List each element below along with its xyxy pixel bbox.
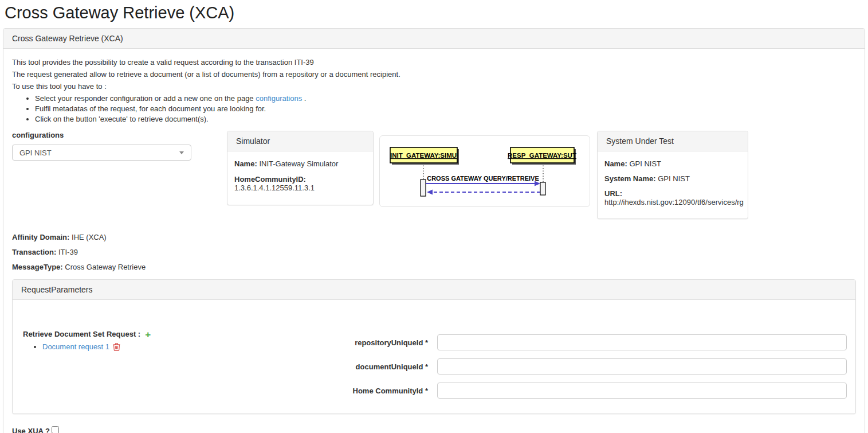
simulator-hcid-value: 1.3.6.1.4.1.12559.11.3.1	[234, 184, 315, 192]
document-request-link[interactable]: Document request 1	[42, 342, 109, 351]
sut-panel: System Under Test Name: GPI NIST System …	[597, 131, 748, 219]
configuration-row: configurations GPI NIST Simulator Name: …	[12, 131, 856, 219]
simulator-panel: Simulator Name: INIT-Gateway Simulator H…	[227, 131, 374, 205]
simulator-name-label: Name:	[234, 159, 257, 168]
document-request-item: Document request 1	[42, 342, 151, 353]
request-parameters-header: RequestParameters	[13, 280, 855, 300]
main-panel-body: This tool provides the possibility to cr…	[3, 49, 865, 433]
sut-panel-header: System Under Test	[598, 131, 748, 151]
sut-system-name: System Name: GPI NIST	[604, 174, 741, 183]
document-request-tree: Retrieve Document Set Request :+ Documen…	[23, 330, 151, 353]
bullet-text: .	[302, 94, 306, 103]
description-bullets: Select your responder configuration or a…	[35, 93, 856, 124]
tool-description: This tool provides the possibility to cr…	[12, 57, 856, 124]
configurations-block: configurations GPI NIST	[12, 131, 227, 161]
sut-system-name-label: System Name:	[604, 174, 656, 183]
repository-unique-id-row: repositoryUniqueId *	[348, 334, 847, 350]
simulator-name-value: INIT-Gateway Simulator	[259, 159, 338, 168]
document-unique-id-input[interactable]	[437, 358, 847, 375]
response-arrowhead	[427, 190, 433, 195]
bullet-select-configuration: Select your responder configuration or a…	[35, 93, 856, 103]
description-line-2: The request generated allow to retrieve …	[12, 69, 856, 79]
right-activation-bar	[540, 182, 545, 195]
affinity-domain-label: Affinity Domain:	[12, 233, 69, 241]
message-type-value: Cross Gateway Retrieve	[65, 263, 146, 271]
description-line-1: This tool provides the possibility to cr…	[12, 57, 856, 67]
bullet-fulfil-metadatas: Fulfil metadatas of the request, for eac…	[35, 104, 856, 114]
main-panel-header: Cross Gateway Retrieve (XCA)	[3, 29, 865, 49]
sut-name: Name: GPI NIST	[604, 159, 741, 168]
affinity-domain-value: IHE (XCA)	[72, 233, 107, 241]
use-xua-checkbox[interactable]	[52, 426, 59, 433]
sut-url: URL: http://ihexds.nist.gov:12090/tf6/se…	[604, 189, 741, 206]
document-unique-id-label: documentUniqueId *	[348, 362, 428, 371]
configurations-selected-value: GPI NIST	[19, 149, 52, 157]
repository-unique-id-input[interactable]	[437, 334, 847, 350]
home-community-id-label: Home CommunityId *	[348, 387, 428, 395]
transaction-line: Transaction: ITI-39	[12, 248, 856, 256]
simulator-hcid-label: HomeCommunityID:	[234, 175, 306, 184]
transaction-meta: Affinity Domain: IHE (XCA) Transaction: …	[12, 233, 856, 271]
simulator-name: Name: INIT-Gateway Simulator	[234, 159, 366, 168]
add-document-request-icon[interactable]: +	[145, 331, 151, 338]
document-request-form: repositoryUniqueId * documentUniqueId * …	[348, 334, 847, 399]
bullet-click-execute: Click on the button 'execute' to retriev…	[35, 114, 856, 124]
init-gateway-label: INIT_GATEWAY:SIMU	[390, 152, 457, 159]
chevron-down-icon	[179, 151, 184, 154]
transaction-value: ITI-39	[58, 248, 78, 256]
configurations-link[interactable]: configurations	[256, 94, 302, 103]
affinity-domain-line: Affinity Domain: IHE (XCA)	[12, 233, 856, 241]
simulator-panel-header: Simulator	[227, 131, 373, 151]
sut-name-label: Name:	[604, 159, 627, 168]
simulator-hcid: HomeCommunityID: 1.3.6.1.4.1.12559.11.3.…	[234, 175, 366, 192]
retrieve-document-set-label: Retrieve Document Set Request :	[23, 330, 140, 338]
bullet-text: Select your responder configuration or a…	[35, 94, 256, 103]
sut-url-label: URL:	[604, 189, 622, 198]
sut-system-name-value: GPI NIST	[658, 174, 690, 183]
main-panel: Cross Gateway Retrieve (XCA) This tool p…	[3, 28, 865, 433]
sut-url-value: http://ihexds.nist.gov:12090/tf6/service…	[604, 198, 744, 206]
use-xua-label: Use XUA ?	[12, 427, 50, 433]
resp-gateway-label: RESP_GATEWAY:SUT	[508, 152, 576, 159]
left-activation-bar	[421, 180, 426, 196]
use-xua-row: Use XUA ?	[12, 427, 856, 433]
delete-trash-icon[interactable]	[113, 342, 120, 353]
page-title: Cross Gateway Retrieve (XCA)	[5, 3, 868, 22]
document-unique-id-row: documentUniqueId *	[348, 358, 847, 375]
sequence-diagram-svg: INIT_GATEWAY:SIMU RESP_GATEWAY:SUT CROSS…	[380, 136, 590, 206]
configurations-select[interactable]: GPI NIST	[12, 145, 191, 161]
message-type-label: MessageType:	[12, 263, 63, 271]
transaction-label: Transaction:	[12, 248, 56, 256]
repository-unique-id-label: repositoryUniqueId *	[348, 338, 428, 347]
arrow-label: CROSS GATEWAY QUERY/RETREIVE	[427, 175, 539, 182]
home-community-id-row: Home CommunityId *	[348, 383, 847, 399]
sequence-diagram: INIT_GATEWAY:SIMU RESP_GATEWAY:SUT CROSS…	[379, 135, 590, 207]
configurations-label: configurations	[12, 131, 227, 139]
message-type-line: MessageType: Cross Gateway Retrieve	[12, 263, 856, 271]
description-line-3: To use this tool you have to :	[12, 81, 856, 91]
home-community-id-input[interactable]	[437, 383, 847, 399]
request-parameters-panel: RequestParameters Retrieve Document Set …	[12, 279, 856, 414]
sut-name-value: GPI NIST	[629, 159, 661, 168]
